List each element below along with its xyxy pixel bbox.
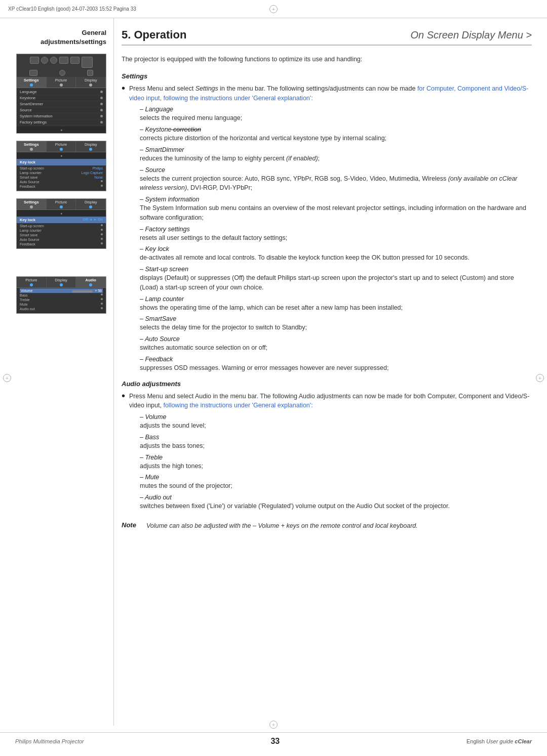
tab-display3: Display bbox=[76, 199, 106, 209]
sub-row: Lamp counter Logo Capture bbox=[20, 171, 103, 175]
tab-display2: Display bbox=[76, 141, 106, 152]
icon5 bbox=[70, 57, 80, 64]
menu3-tabs: Settings Picture Display bbox=[17, 199, 106, 210]
tab-settings2: Settings bbox=[17, 141, 47, 152]
note-label: Note bbox=[122, 521, 136, 531]
tab-settings: Settings bbox=[17, 77, 47, 88]
icon8 bbox=[59, 70, 65, 76]
note-box: Note Volume can also be adjusted with th… bbox=[122, 519, 532, 533]
sidebar-divider bbox=[113, 18, 114, 726]
main-layout: General adjustments/settings Settings bbox=[0, 18, 547, 543]
setting-feedback: – Feedback suppresses OSD messages. Warn… bbox=[140, 356, 532, 373]
tab-display: Display bbox=[76, 77, 106, 88]
key-lock-bar2: Key lock Off ◄ ► On bbox=[17, 217, 106, 223]
note-text: Volume can also be adjusted with the – V… bbox=[146, 521, 418, 531]
setting-factory: – Factory settings resets all user setti… bbox=[140, 226, 532, 243]
menu-screenshot-1: Settings Picture Display Language Keysto… bbox=[16, 54, 106, 134]
sub-row: Feedback bbox=[20, 242, 103, 246]
tab-dot bbox=[60, 205, 63, 208]
tab-picture2: Picture bbox=[47, 141, 76, 152]
tab-dot bbox=[30, 148, 33, 151]
audio-bass: – Bass adjusts the bass tones; bbox=[140, 434, 532, 451]
registration-mark-bottom bbox=[269, 721, 278, 729]
tab-dot bbox=[30, 283, 33, 286]
footer-language: English bbox=[466, 738, 485, 744]
tab-audio4: Audio bbox=[76, 277, 106, 287]
tab-dot bbox=[89, 205, 92, 208]
tab-picture: Picture bbox=[47, 77, 76, 88]
icon2 bbox=[41, 57, 48, 64]
menu3-sub-rows: Start-up screen Lamp counter Smart save … bbox=[17, 223, 106, 248]
setting-language: – Language selects the required menu lan… bbox=[140, 106, 532, 123]
menu-screenshot-2: Settings Picture Display ● Key lock Star… bbox=[16, 141, 106, 191]
menu-row: System Information bbox=[20, 113, 103, 119]
chapter-title: 5. Operation bbox=[122, 28, 186, 41]
tab-dot bbox=[60, 148, 63, 151]
sidebar-title: General adjustments/settings bbox=[41, 28, 106, 47]
bullet-dot: • bbox=[122, 83, 125, 103]
menu4-tabs: Picture Display Audio bbox=[17, 277, 106, 288]
chapter-subtitle: On Screen Display Menu > bbox=[410, 29, 532, 41]
audio-section-title: Audio adjustments bbox=[122, 380, 532, 388]
sub-row: Bass bbox=[20, 293, 103, 298]
setting-smartdimmer: – SmartDimmer reduces the luminosity of … bbox=[140, 146, 532, 163]
menu1-tabs: Settings Picture Display bbox=[17, 77, 106, 88]
settings-bullet-text: Press Menu and select Settings in the me… bbox=[129, 84, 532, 103]
tab-dot bbox=[30, 83, 33, 87]
footer-page-number: 33 bbox=[270, 737, 280, 746]
tab-dot bbox=[60, 283, 63, 286]
tab-picture3: Picture bbox=[47, 199, 76, 209]
tab-settings3: Settings bbox=[17, 199, 47, 209]
volume-row: Volume + 58 bbox=[20, 288, 103, 293]
sub-row: Smart save None bbox=[20, 175, 103, 180]
menu-row: Factory settings bbox=[20, 119, 103, 125]
menu-row: Language bbox=[20, 89, 103, 95]
tab-dot bbox=[89, 283, 92, 286]
menu-row: Keystone bbox=[20, 95, 103, 101]
registration-mark-right bbox=[536, 374, 544, 382]
sub-row: Audio out bbox=[20, 307, 103, 311]
main-content: 5. Operation On Screen Display Menu > Th… bbox=[111, 18, 547, 543]
icon4 bbox=[59, 57, 68, 64]
icon6 bbox=[82, 57, 93, 68]
sub-row: Smart save bbox=[20, 233, 103, 237]
footer-guide: User guide bbox=[486, 738, 513, 744]
sidebar: General adjustments/settings Settings bbox=[0, 18, 111, 543]
tab-dot bbox=[60, 83, 63, 87]
page-heading: 5. Operation On Screen Display Menu > bbox=[122, 28, 532, 46]
menu1-icons bbox=[17, 54, 106, 69]
icon3 bbox=[50, 57, 57, 64]
icon7 bbox=[29, 70, 37, 76]
tab-dot bbox=[30, 205, 33, 208]
tab-display4: Display bbox=[47, 277, 76, 287]
setting-source: – Source selects the current projection … bbox=[140, 166, 532, 193]
key-lock-bar: Key lock bbox=[17, 159, 106, 165]
menu2-tabs: Settings Picture Display bbox=[17, 141, 106, 152]
bullet-dot-2: • bbox=[122, 391, 125, 411]
menu-screenshot-3: Settings Picture Display ● Key lock Off … bbox=[16, 198, 106, 249]
registration-mark-left bbox=[3, 374, 11, 382]
sub-row: Treble bbox=[20, 298, 103, 302]
setting-system-info: – System information The System Informat… bbox=[140, 196, 532, 223]
audio-bullet-text: Press Menu and select Audio in the menu … bbox=[129, 392, 532, 411]
sub-row: Mute bbox=[20, 302, 103, 307]
icon1 bbox=[30, 57, 39, 64]
sub-row: Start-up screen bbox=[20, 224, 103, 228]
setting-autosource: – Auto Source switches automatic source … bbox=[140, 335, 532, 353]
menu1-rows: Language Keystone SmartDimmer Source Sys… bbox=[17, 88, 106, 127]
footer: Philips Multimedia Projector 33 English … bbox=[0, 732, 547, 746]
settings-bullet: • Press Menu and select Settings in the … bbox=[122, 84, 532, 103]
tab-picture4: Picture bbox=[17, 277, 47, 287]
footer-brand: Philips Multimedia Projector bbox=[15, 738, 84, 744]
intro-text: The projector is equipped with the follo… bbox=[122, 55, 532, 64]
menu-row: SmartDimmer bbox=[20, 101, 103, 107]
menu-row: Source bbox=[20, 107, 103, 113]
menu4-rows: Volume + 58 Bass Treble Mute bbox=[17, 288, 106, 313]
sub-row: Lamp counter bbox=[20, 228, 103, 233]
audio-volume: – Volume adjusts the sound level; bbox=[140, 413, 532, 431]
sub-row: Start-up screen Philips bbox=[20, 166, 103, 171]
registration-mark-top bbox=[269, 5, 278, 13]
sub-row: Auto Source bbox=[20, 237, 103, 242]
setting-smartsave: – SmartSave selects the delay time for t… bbox=[140, 315, 532, 332]
audio-bullet: • Press Menu and select Audio in the men… bbox=[122, 392, 532, 411]
